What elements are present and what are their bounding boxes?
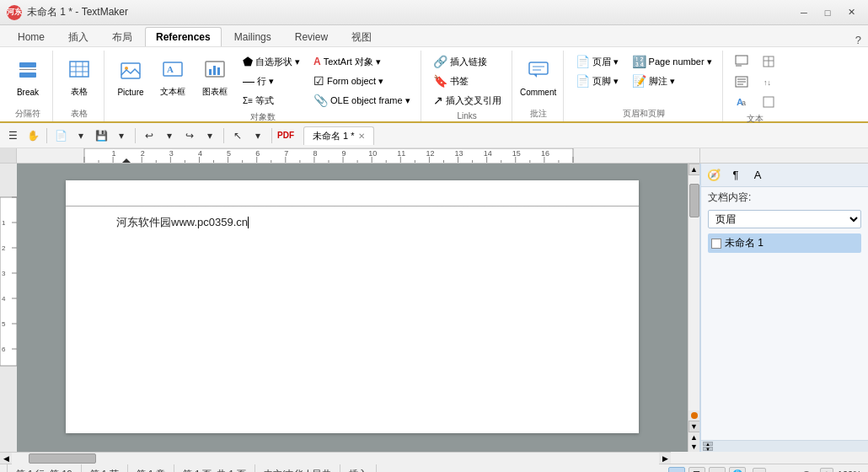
text-btn6[interactable]: [757, 93, 780, 111]
text-col2: ↑↓: [757, 52, 780, 111]
toolbar-cursor[interactable]: ↖: [228, 126, 247, 145]
view-web-btn[interactable]: 🌐: [729, 467, 746, 473]
close-button[interactable]: ✕: [841, 4, 861, 21]
break-button[interactable]: Break: [8, 52, 47, 103]
status-insert-mode[interactable]: 插入: [340, 464, 377, 472]
line-button[interactable]: — 行 ▾: [238, 72, 305, 90]
panel-scroll-up[interactable]: ▲: [703, 442, 713, 446]
status-bar: 第 1 行, 第 19 第 1 节 第 1 章 第 1 页, 共 1 页 中文(…: [0, 464, 868, 472]
hscroll-left-button[interactable]: ◀: [0, 453, 12, 464]
scroll-dot-red[interactable]: [691, 412, 698, 419]
toolbar-save-dropdown[interactable]: ▾: [112, 126, 131, 145]
bookmark-button[interactable]: 🔖 书签: [428, 72, 506, 90]
footer-button[interactable]: 📄 页脚 ▾: [571, 72, 624, 90]
minimize-button[interactable]: ─: [794, 4, 814, 21]
toolbar-redo-dropdown[interactable]: ▾: [201, 126, 219, 145]
page-number-dropdown-icon: ▾: [707, 56, 712, 67]
text-btn2[interactable]: [730, 72, 753, 91]
view-outline-btn[interactable]: ☰: [689, 467, 705, 473]
document-tab[interactable]: 未命名 1 * ✕: [303, 126, 374, 145]
footnote-button[interactable]: 📝 脚注 ▾: [627, 72, 717, 90]
horizontal-scrollbar[interactable]: ◀ ▶: [0, 452, 671, 464]
scroll-prev-page[interactable]: ▲: [690, 433, 698, 442]
chart-icon: [203, 57, 227, 84]
toolbar-new[interactable]: 📄: [51, 126, 70, 145]
maximize-button[interactable]: □: [817, 4, 838, 21]
tab-layout[interactable]: 布局: [101, 27, 143, 46]
textart-icon: A: [313, 56, 321, 67]
view-print-btn[interactable]: □: [709, 467, 726, 473]
toolbar-hand[interactable]: ✋: [24, 126, 42, 145]
tab-mailings[interactable]: Mailings: [223, 27, 282, 46]
toolbar-undo-dropdown[interactable]: ▾: [160, 126, 179, 145]
tab-insert[interactable]: 插入: [57, 27, 99, 46]
panel-scroll-down[interactable]: ▼: [703, 447, 713, 451]
chart-button[interactable]: 图表框: [196, 52, 234, 103]
picture-button[interactable]: Picture: [111, 52, 150, 103]
panel-list-item[interactable]: 未命名 1: [708, 233, 861, 253]
right-panel-select[interactable]: 页眉 页脚 正文: [708, 210, 861, 228]
toolbar-align-left[interactable]: ☰: [3, 126, 22, 145]
document-content[interactable]: 河东软件园www.pc0359.cn: [116, 214, 588, 232]
page-number-button[interactable]: 🔢 Page number ▾: [627, 52, 717, 71]
document-area[interactable]: 河东软件园www.pc0359.cn: [17, 164, 688, 452]
tab-home[interactable]: Home: [7, 27, 56, 46]
formobj-button[interactable]: ☑ Form object ▾: [308, 72, 415, 90]
zoom-in-button[interactable]: +: [820, 468, 833, 473]
chart-label: 图表框: [202, 86, 228, 98]
list-item-checkbox[interactable]: [711, 239, 721, 249]
oleframe-button[interactable]: 📎 OLE object frame ▾: [308, 91, 415, 110]
hscroll-track[interactable]: [12, 453, 659, 464]
tab-review[interactable]: Review: [284, 27, 339, 46]
toolbar-undo[interactable]: ↩: [140, 126, 158, 145]
svg-rect-3: [70, 62, 88, 77]
table-button[interactable]: 表格: [60, 52, 99, 103]
scroll-track[interactable]: [689, 175, 699, 410]
tab-view[interactable]: 视图: [340, 27, 383, 46]
cross-ref-button[interactable]: ↗ 插入交叉引用: [428, 91, 506, 110]
status-language: 中文(中华人民共: [255, 464, 341, 472]
toolbar-pdf[interactable]: PDF: [276, 126, 295, 145]
panel-navigator-btn[interactable]: 🧭: [705, 167, 723, 184]
hscroll-right-button[interactable]: ▶: [659, 453, 671, 464]
view-normal-btn[interactable]: ≡: [668, 467, 685, 473]
textbox-button[interactable]: A 文本框: [153, 52, 192, 103]
scroll-thumb[interactable]: [689, 184, 699, 217]
toolbar-save[interactable]: 💾: [92, 126, 110, 145]
insert-link-button[interactable]: 🔗 插入链接: [428, 52, 506, 71]
textart-button[interactable]: A TextArt 对象 ▾: [308, 52, 415, 71]
status-chapter: 第 1 章: [128, 464, 174, 472]
bookmark-label: 书签: [450, 75, 469, 88]
vertical-scrollbar[interactable]: ▲ ▼ ▲ ▼: [688, 164, 699, 452]
tab-references[interactable]: References: [145, 27, 222, 46]
scroll-next-page[interactable]: ▼: [690, 442, 698, 451]
group-label-break: 分隔符: [8, 106, 47, 120]
group-label-header-footer: 页眉和页脚: [571, 106, 717, 120]
header-button[interactable]: 📄 页眉 ▾: [571, 52, 624, 71]
toolbar-redo[interactable]: ↪: [180, 126, 199, 145]
scroll-down-button[interactable]: ▼: [689, 421, 700, 432]
text-btn3[interactable]: Aa: [730, 93, 753, 111]
comment-button[interactable]: Comment: [519, 52, 558, 103]
panel-font-btn[interactable]: A: [748, 167, 767, 184]
group-label-objects: 对象数: [111, 110, 415, 123]
text-btn1[interactable]: [730, 52, 753, 71]
bookmark-icon: 🔖: [433, 74, 447, 88]
hscroll-thumb[interactable]: [29, 453, 96, 464]
text-btn5[interactable]: ↑↓: [757, 72, 780, 91]
equation-button[interactable]: Σ≡ 等式: [238, 91, 305, 110]
main-area: 河东软件园www.pc0359.cn ▲ ▼ ▲ ▼ 🧭 ¶ A 文档内容: 页…: [0, 164, 868, 452]
toolbar-open-dropdown[interactable]: ▾: [72, 126, 90, 145]
scroll-up-button[interactable]: ▲: [689, 164, 700, 175]
status-right: ≡ ☰ □ 🌐 − + 100%: [668, 467, 861, 473]
zoom-out-button[interactable]: −: [753, 468, 766, 473]
formobj-icon: ☑: [313, 74, 324, 88]
help-button[interactable]: ?: [855, 34, 861, 46]
toolbar-cursor-dropdown[interactable]: ▾: [249, 126, 267, 145]
text-btn4[interactable]: [757, 52, 780, 71]
doc-tab-close[interactable]: ✕: [358, 131, 365, 141]
panel-paragraph-btn[interactable]: ¶: [726, 167, 745, 184]
break-group-content: Break: [8, 52, 47, 106]
shapes-button[interactable]: ⬟ 自选形状 ▾: [238, 52, 305, 71]
footnote-dropdown-icon: ▾: [670, 76, 675, 87]
